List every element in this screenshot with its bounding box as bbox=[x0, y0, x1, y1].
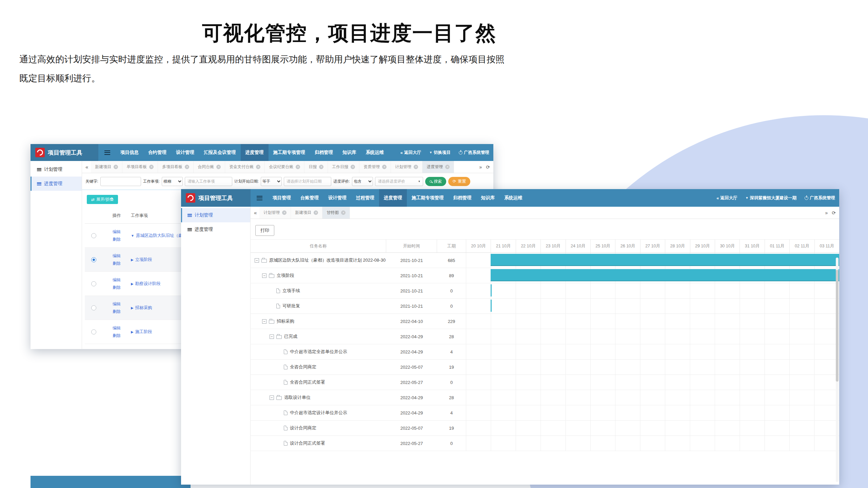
tab[interactable]: 多项目看板 × bbox=[158, 161, 194, 173]
collapse-expander-icon[interactable]: − bbox=[262, 273, 267, 278]
gantt-bar[interactable] bbox=[491, 284, 492, 297]
nav-item[interactable]: 项目管理 bbox=[268, 189, 296, 207]
delete-link[interactable]: 删除 bbox=[113, 261, 121, 266]
nav-item[interactable]: 台账管理 bbox=[296, 189, 323, 207]
scroll-tabs-right-icon[interactable]: » bbox=[479, 164, 482, 170]
close-icon[interactable]: × bbox=[282, 210, 287, 215]
tab[interactable]: 进度管理 × bbox=[422, 161, 454, 173]
user-menu[interactable]: 广咨系统管理 bbox=[459, 150, 489, 156]
sidebar-item[interactable]: 进度管理 bbox=[181, 222, 250, 237]
nav-item[interactable]: 设计管理 bbox=[323, 189, 351, 207]
radio-button[interactable] bbox=[91, 329, 96, 334]
tab[interactable]: 甘特图 × bbox=[322, 207, 350, 219]
scroll-tabs-left-icon[interactable]: « bbox=[85, 164, 88, 170]
nav-item[interactable]: 进度管理 bbox=[241, 144, 269, 161]
collapse-expander-icon[interactable]: − bbox=[270, 334, 274, 339]
nav-item[interactable]: 施工期专项管理 bbox=[269, 144, 310, 161]
nav-item[interactable]: 合约管理 bbox=[143, 144, 171, 161]
radio-button[interactable] bbox=[91, 233, 96, 238]
work-item-link[interactable]: ▶ 立项阶段 bbox=[131, 257, 152, 263]
nav-item[interactable]: 施工期专项管理 bbox=[407, 189, 449, 207]
radio-button[interactable] bbox=[91, 257, 96, 262]
gantt-bar[interactable] bbox=[491, 269, 839, 281]
close-icon[interactable]: × bbox=[319, 165, 323, 169]
work-item-link[interactable]: ▶ 施工阶段 bbox=[131, 329, 152, 335]
edit-link[interactable]: 编辑 bbox=[113, 325, 121, 331]
nav-item[interactable]: 过程管理 bbox=[351, 189, 379, 207]
close-icon[interactable]: × bbox=[216, 165, 221, 169]
sidebar-item[interactable]: 计划管理 bbox=[181, 208, 250, 222]
tab[interactable]: 新建项目 × bbox=[291, 207, 322, 219]
tab[interactable]: 新建项目 × bbox=[91, 161, 122, 173]
sidebar-item[interactable]: 进度管理 bbox=[31, 177, 82, 191]
nav-item[interactable]: 知识库 bbox=[476, 189, 500, 207]
nav-item[interactable]: 系统运维 bbox=[499, 189, 527, 207]
search-button[interactable]: 搜索 bbox=[425, 177, 446, 186]
tab[interactable]: 工作日报 × bbox=[328, 161, 359, 173]
gantt-bar[interactable] bbox=[491, 254, 839, 266]
sidebar-item[interactable]: 计划管理 bbox=[31, 162, 82, 177]
gantt-row[interactable]: − 已完成 2022-04-29 28 bbox=[251, 329, 839, 344]
hamburger-icon[interactable] bbox=[257, 196, 262, 200]
close-icon[interactable]: × bbox=[382, 165, 387, 169]
delete-link[interactable]: 删除 bbox=[113, 237, 121, 242]
work-item-op-select[interactable]: 模糊 bbox=[162, 177, 183, 186]
gantt-row[interactable]: − 立项手续 2021-10-21 0 bbox=[251, 283, 839, 299]
return-hall-button[interactable]: « 返回大厅 bbox=[716, 195, 737, 201]
radio-button[interactable] bbox=[91, 305, 96, 310]
gantt-row[interactable]: − 中介超市选定设计单位并公示 2022-04-29 4 bbox=[251, 405, 839, 421]
refresh-icon[interactable]: ⟳ bbox=[486, 164, 490, 170]
work-item-link[interactable]: ▶ 招标采购 bbox=[131, 305, 152, 311]
gantt-row[interactable]: − 设计合同商定 2022-05-07 19 bbox=[251, 421, 839, 436]
tab[interactable]: 计划管理 × bbox=[259, 207, 291, 219]
work-item-link[interactable]: ▶ 勘察设计阶段 bbox=[131, 281, 161, 287]
edit-link[interactable]: 编辑 bbox=[113, 301, 121, 307]
gantt-row[interactable]: − 全咨合同商定 2022-05-07 19 bbox=[251, 360, 839, 375]
work-item-input[interactable] bbox=[185, 177, 232, 186]
close-icon[interactable]: × bbox=[256, 165, 260, 169]
tab[interactable]: 会议纪要台账 × bbox=[265, 161, 304, 173]
delete-link[interactable]: 删除 bbox=[113, 333, 121, 339]
tab[interactable]: 计划管理 × bbox=[391, 161, 422, 173]
print-button[interactable]: 打印 bbox=[255, 225, 274, 236]
nav-item[interactable]: 归档管理 bbox=[449, 189, 476, 207]
user-menu[interactable]: 广咨系统管理 bbox=[805, 195, 835, 201]
gantt-row[interactable]: − 可研批复 2021-10-21 0 bbox=[251, 299, 839, 314]
delete-link[interactable]: 删除 bbox=[113, 285, 121, 290]
start-date-input[interactable] bbox=[284, 177, 331, 186]
switch-project-button[interactable]: ▼ 切换项目 bbox=[429, 150, 451, 156]
edit-link[interactable]: 编辑 bbox=[113, 253, 121, 259]
nav-item[interactable]: 设计管理 bbox=[171, 144, 199, 161]
nav-item[interactable]: 归档管理 bbox=[310, 144, 338, 161]
collapse-expander-icon[interactable]: − bbox=[270, 395, 274, 400]
gantt-row[interactable]: − 招标采购 2022-04-10 229 bbox=[251, 314, 839, 329]
close-icon[interactable]: × bbox=[149, 165, 154, 169]
nav-item[interactable]: 汇报及会议管理 bbox=[199, 144, 241, 161]
expand-collapse-button[interactable]: ⇄ 展开/折叠 bbox=[87, 195, 118, 204]
gantt-row[interactable]: − 全咨合同正式签署 2022-05-27 0 bbox=[251, 375, 839, 390]
close-icon[interactable]: × bbox=[314, 210, 318, 215]
nav-item[interactable]: 知识库 bbox=[338, 144, 361, 161]
edit-link[interactable]: 编辑 bbox=[113, 229, 121, 235]
nav-item[interactable]: 系统运维 bbox=[361, 144, 389, 161]
scroll-tabs-left-icon[interactable]: « bbox=[254, 210, 257, 216]
close-icon[interactable]: × bbox=[414, 165, 418, 169]
keyword-input[interactable] bbox=[100, 177, 141, 186]
edit-link[interactable]: 编辑 bbox=[113, 277, 121, 283]
tab[interactable]: 日报 × bbox=[304, 161, 328, 173]
close-icon[interactable]: × bbox=[185, 165, 189, 169]
gantt-row[interactable]: − 设计合同正式签署 2022-05-27 0 bbox=[251, 436, 839, 451]
nav-item[interactable]: 项目信息 bbox=[116, 144, 143, 161]
gantt-bar[interactable] bbox=[491, 300, 492, 312]
scrollbar-thumb[interactable] bbox=[836, 270, 839, 382]
return-hall-button[interactable]: « 返回大厅 bbox=[400, 150, 421, 156]
refresh-icon[interactable]: ⟳ bbox=[832, 210, 836, 216]
gantt-row[interactable]: − 立项阶段 2021-10-21 89 bbox=[251, 268, 839, 283]
nav-item[interactable]: 进度管理 bbox=[379, 189, 407, 207]
collapse-expander-icon[interactable]: − bbox=[255, 258, 259, 263]
tab[interactable]: 单项目看板 × bbox=[122, 161, 158, 173]
close-icon[interactable]: × bbox=[296, 165, 300, 169]
progress-select[interactable]: 请选择进度评价 ▼ bbox=[375, 177, 423, 186]
vertical-scrollbar[interactable] bbox=[836, 258, 839, 482]
radio-button[interactable] bbox=[91, 281, 96, 286]
